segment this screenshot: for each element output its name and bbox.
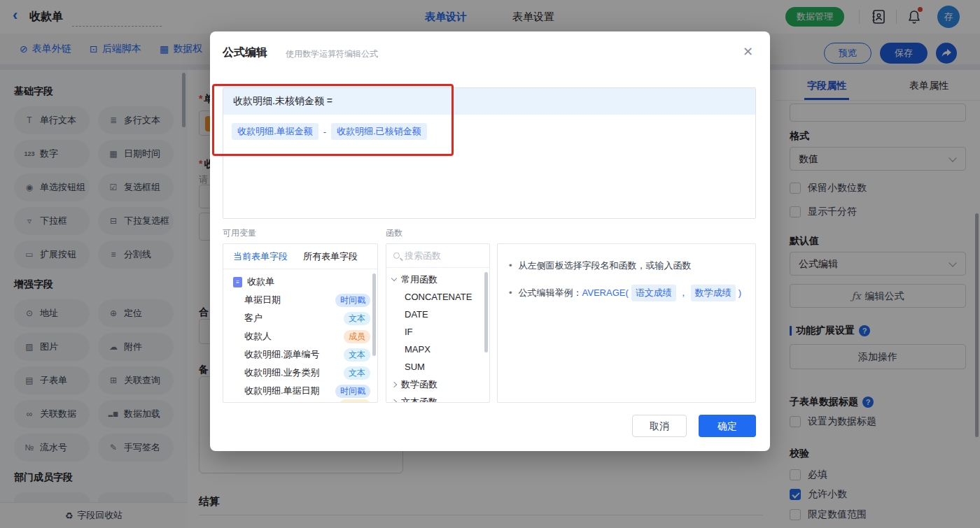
functions-panel: 搜索函数 常用函数 CONCATENATE DATE IF MAPX SUM 数… bbox=[386, 243, 490, 403]
variable-row[interactable]: 收款明细.源单编号文本 bbox=[223, 345, 377, 364]
variables-panel-label: 可用变量 bbox=[223, 227, 256, 239]
variable-row[interactable]: 单据日期时间戳 bbox=[223, 291, 377, 309]
formula-target-row: 收款明细.未核销金额 = bbox=[223, 88, 755, 115]
type-badge-timestamp: 时间戳 bbox=[335, 385, 370, 398]
variable-row[interactable]: 收款明细.业务类别文本 bbox=[223, 364, 377, 382]
variables-scrollbar[interactable] bbox=[372, 273, 376, 356]
variable-name: 客户 bbox=[244, 312, 344, 324]
function-item-sum[interactable]: SUM bbox=[386, 358, 489, 376]
type-badge-member: 成员 bbox=[344, 330, 370, 343]
help-example-prefix: 公式编辑举例： bbox=[519, 285, 582, 301]
function-item-date[interactable]: DATE bbox=[386, 306, 489, 323]
chevron-right-icon bbox=[391, 399, 397, 403]
type-badge-timestamp: 时间戳 bbox=[335, 294, 370, 307]
chevron-right-icon bbox=[391, 381, 397, 387]
function-item-concatenate[interactable]: CONCATENATE bbox=[386, 288, 489, 306]
variable-name: 收款明细.源单编号 bbox=[244, 348, 344, 361]
variable-name: 单据日期 bbox=[244, 294, 335, 306]
help-chip-chinese-score: 语文成绩 bbox=[631, 285, 676, 301]
partially-visible-badge bbox=[340, 399, 370, 403]
chevron-down-icon bbox=[391, 276, 397, 281]
tab-all-form-fields[interactable]: 所有表单字段 bbox=[303, 250, 358, 263]
function-search-input[interactable]: 搜索函数 bbox=[386, 244, 489, 268]
type-badge-text: 文本 bbox=[344, 348, 370, 362]
function-group-math[interactable]: 数学函数 bbox=[386, 376, 489, 393]
cancel-button[interactable]: 取消 bbox=[632, 415, 687, 437]
formula-operator: - bbox=[323, 127, 326, 137]
function-item-if[interactable]: IF bbox=[386, 323, 489, 341]
formula-edit-modal: 公式编辑 使用数学运算符编辑公式 ✕ 收款明细.未核销金额 = 收款明细.单据金… bbox=[210, 31, 770, 451]
variable-name: 收款人 bbox=[244, 330, 344, 343]
type-badge-text: 文本 bbox=[344, 312, 370, 325]
variable-tree-root[interactable]: ≡ 收款单 bbox=[223, 273, 377, 291]
help-fn-close: ) bbox=[738, 285, 741, 301]
variables-panel: 当前表单字段 所有表单字段 ≡ 收款单 单据日期时间戳 客户文本 收款人成员 收… bbox=[223, 243, 378, 403]
help-fn-open: AVERAGE( bbox=[582, 285, 629, 301]
variables-tabs: 当前表单字段 所有表单字段 bbox=[223, 244, 377, 269]
help-chip-math-score: 数学成绩 bbox=[691, 285, 736, 301]
variable-name: 收款明细.业务类别 bbox=[244, 366, 344, 379]
search-icon bbox=[393, 252, 400, 259]
function-group-label: 常用函数 bbox=[401, 273, 438, 286]
help-comma: ， bbox=[679, 285, 688, 301]
functions-scrollbar[interactable] bbox=[484, 272, 488, 352]
function-group-label: 数学函数 bbox=[401, 378, 438, 391]
confirm-button[interactable]: 确定 bbox=[699, 415, 756, 437]
function-item-mapx[interactable]: MAPX bbox=[386, 341, 489, 358]
functions-panel-label: 函数 bbox=[386, 227, 402, 239]
variable-root-name: 收款单 bbox=[247, 276, 370, 288]
modal-title: 公式编辑 bbox=[223, 45, 267, 60]
search-placeholder: 搜索函数 bbox=[405, 250, 441, 262]
formula-editor[interactable]: 收款明细.未核销金额 = 收款明细.单据金额 - 收款明细.已核销金额 bbox=[223, 87, 756, 219]
tab-current-form-fields[interactable]: 当前表单字段 bbox=[233, 250, 288, 263]
function-group-common[interactable]: 常用函数 bbox=[386, 271, 489, 288]
help-line-1: 从左侧面板选择字段名和函数，或输入函数 bbox=[509, 258, 744, 273]
function-group-text[interactable]: 文本函数 bbox=[386, 393, 489, 403]
modal-subtitle: 使用数学运算符编辑公式 bbox=[286, 48, 378, 60]
form-doc-icon: ≡ bbox=[233, 277, 242, 287]
variable-name: 收款明细.单据日期 bbox=[244, 385, 335, 397]
variable-row[interactable]: 收款明细.单据日期时间戳 bbox=[223, 382, 377, 400]
formula-token-operand2[interactable]: 收款明细.已核销金额 bbox=[331, 123, 427, 140]
help-line-2: 公式编辑举例： AVERAGE( 语文成绩 ， 数学成绩 ) bbox=[509, 285, 744, 301]
type-badge-text: 文本 bbox=[344, 366, 370, 380]
variable-row[interactable]: 收款人成员 bbox=[223, 327, 377, 345]
variable-row[interactable]: 客户文本 bbox=[223, 309, 377, 327]
function-group-label: 文本函数 bbox=[401, 396, 438, 404]
close-icon[interactable]: ✕ bbox=[743, 44, 753, 59]
formula-expression-row: 收款明细.单据金额 - 收款明细.已核销金额 bbox=[223, 115, 755, 140]
formula-help-panel: 从左侧面板选择字段名和函数，或输入函数 公式编辑举例： AVERAGE( 语文成… bbox=[497, 243, 756, 403]
formula-token-operand1[interactable]: 收款明细.单据金额 bbox=[232, 123, 318, 140]
